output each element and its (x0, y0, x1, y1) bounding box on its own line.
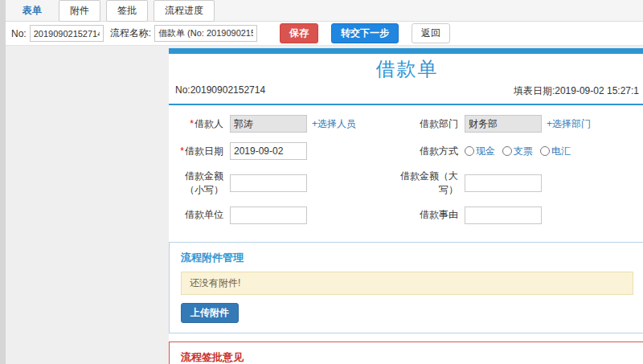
method-option-check[interactable]: 支票 (502, 145, 533, 158)
amount-big-label: 借款金额（大写） (394, 170, 465, 197)
amount-small-control (230, 174, 394, 192)
tab-approval[interactable]: 签批 (106, 0, 148, 22)
department-control: +选择部门 (465, 115, 641, 133)
unit-control (230, 207, 394, 224)
cash-radio[interactable] (465, 146, 474, 156)
tab-form[interactable]: 表单 (11, 0, 53, 22)
wire-radio[interactable] (540, 146, 550, 156)
amount-small-label: 借款金额（小写） (172, 170, 230, 197)
borrower-control: +选择人员 (230, 115, 394, 133)
action-toolbar: No: 流程名称: 保存 转交下一步 返回 (6, 22, 643, 46)
save-button[interactable]: 保存 (280, 23, 318, 43)
department-label: 借款部门 (394, 117, 465, 131)
app-window: 表单 附件 签批 流程进度 No: 流程名称: 保存 转交下一步 返回 借款单 … (0, 0, 643, 364)
amount-big-control (465, 174, 641, 192)
borrower-input[interactable] (230, 115, 307, 133)
cash-label: 现金 (476, 145, 495, 158)
select-department-link[interactable]: +选择部门 (547, 117, 591, 131)
tab-progress[interactable]: 流程进度 (154, 0, 215, 22)
method-option-wire[interactable]: 电汇 (540, 145, 571, 158)
form-no-text: No:20190902152714 (175, 84, 265, 98)
form-fields: *借款人 +选择人员 借款部门 +选择部门 *借款日期 (169, 105, 643, 235)
select-person-link[interactable]: +选择人员 (312, 117, 356, 131)
attachments-title: 流程附件管理 (170, 243, 643, 272)
required-marker: * (180, 145, 184, 157)
form-meta: No:20190902152714 填表日期:2019-09-02 15:27:… (169, 83, 643, 105)
panel-top-accent (169, 48, 643, 54)
tab-attachments[interactable]: 附件 (59, 0, 100, 22)
approval-section: 流程签批意见 B I abc A A ∞ ⚑ ≣ ≡ « (169, 342, 643, 364)
workspace: 借款单 No:20190902152714 填表日期:2019-09-02 15… (0, 46, 643, 364)
borrower-label: *借款人 (172, 117, 230, 131)
check-label: 支票 (514, 145, 533, 158)
unit-label: 借款单位 (172, 208, 230, 222)
no-label: No: (11, 28, 27, 39)
reason-input[interactable] (465, 207, 542, 224)
no-input[interactable] (30, 25, 104, 42)
method-option-cash[interactable]: 现金 (465, 145, 495, 158)
page-title: 借款单 (169, 54, 643, 83)
method-label: 借款方式 (394, 145, 465, 158)
amount-big-input[interactable] (465, 174, 542, 192)
left-gutter (0, 0, 6, 364)
check-radio[interactable] (502, 146, 512, 156)
form-panel: 借款单 No:20190902152714 填表日期:2019-09-02 15… (169, 48, 643, 364)
attachments-section: 流程附件管理 还没有附件! 上传附件 (169, 242, 643, 333)
reason-control (465, 207, 641, 224)
amount-small-input[interactable] (230, 174, 307, 192)
reason-label: 借款事由 (394, 208, 465, 222)
upload-attachment-button[interactable]: 上传附件 (181, 303, 239, 323)
wire-label: 电汇 (551, 145, 571, 158)
back-button[interactable]: 返回 (412, 23, 450, 43)
process-name-label: 流程名称: (110, 27, 151, 40)
next-step-button[interactable]: 转交下一步 (331, 23, 399, 43)
form-date-text: 填表日期:2019-09-02 15:27:1 (514, 84, 639, 98)
loan-date-input[interactable] (230, 142, 307, 160)
process-name-input[interactable] (154, 25, 257, 42)
approval-title: 流程签批意见 (170, 342, 643, 364)
department-input[interactable] (465, 115, 542, 133)
loan-date-control (230, 142, 394, 160)
tab-bar: 表单 附件 签批 流程进度 (6, 0, 643, 22)
unit-input[interactable] (230, 207, 307, 224)
no-attachment-notice: 还没有附件! (181, 272, 633, 295)
method-control: 现金 支票 电汇 (465, 145, 641, 158)
required-marker: * (190, 118, 194, 129)
loan-date-label: *借款日期 (172, 145, 230, 158)
